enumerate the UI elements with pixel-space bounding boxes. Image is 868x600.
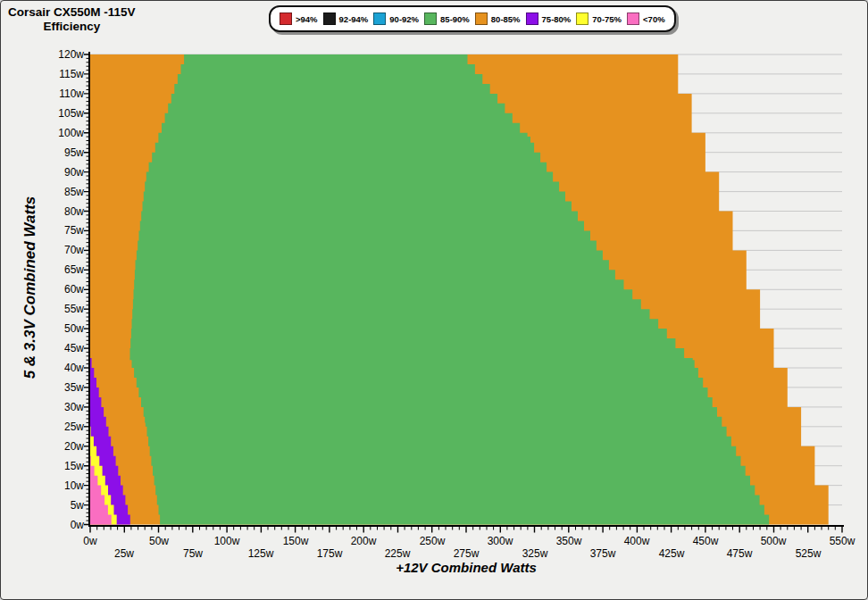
plot-canvas <box>1 1 867 599</box>
x-axis-title: +12V Combined Watts <box>288 560 645 575</box>
chart-window: Corsair CX550M -115V Efficiency >94%92-9… <box>0 0 868 600</box>
y-axis-title: 5 & 3.3V Combined Watts <box>21 154 39 421</box>
